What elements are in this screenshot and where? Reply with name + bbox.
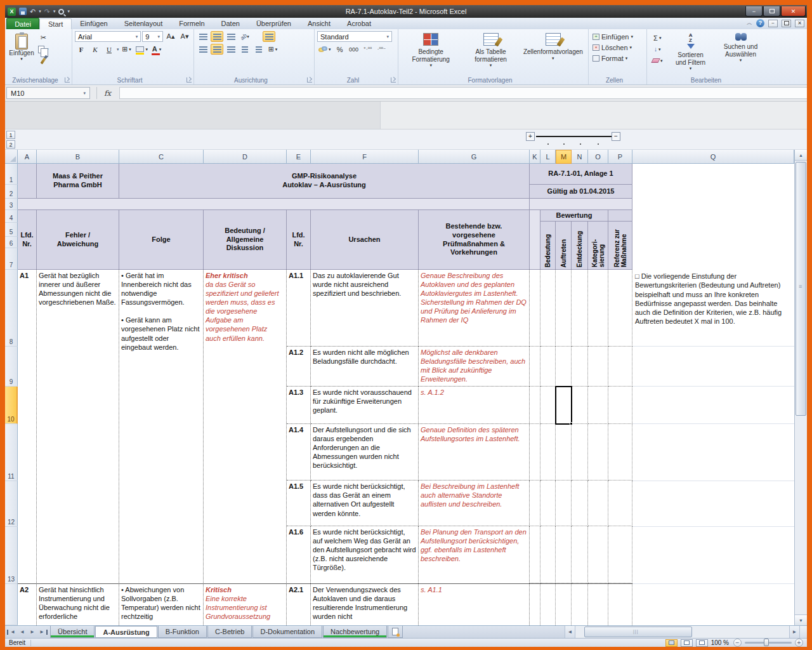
shrink-font-button[interactable]: A▾ — [178, 31, 191, 42]
minimize-button[interactable]: − — [745, 6, 763, 17]
maximize-button[interactable] — [763, 6, 780, 17]
company-cell[interactable]: Maas & Peither Pharma GmbH — [37, 164, 119, 199]
empty-cell[interactable] — [588, 347, 608, 387]
italic-button[interactable]: K — [89, 44, 102, 55]
borders-button[interactable]: ⊞▾ — [121, 44, 133, 55]
row-header-10[interactable]: 10 — [5, 387, 18, 424]
formula-input[interactable] — [119, 87, 807, 99]
header-kategorisierung[interactable]: Kategori- sierung — [588, 222, 608, 270]
column-header-O[interactable]: O — [588, 150, 608, 164]
empty-cell[interactable] — [572, 347, 588, 387]
header-bewertung[interactable]: Bewertung — [540, 210, 608, 222]
column-header-N[interactable]: N — [572, 150, 588, 164]
empty-cell[interactable] — [608, 347, 632, 387]
font-size-combo[interactable]: 9▾ — [142, 31, 163, 42]
cell-Q1[interactable] — [632, 164, 794, 199]
empty-cell[interactable] — [572, 270, 588, 347]
empty-cell[interactable] — [588, 584, 608, 625]
zoom-out-button[interactable]: − — [733, 639, 742, 647]
horizontal-scroll-thumb[interactable] — [584, 627, 692, 637]
format-as-table-button[interactable]: Als Tabelle formatieren▾ — [461, 31, 520, 74]
align-top-button[interactable] — [197, 31, 209, 42]
page-break-view-button[interactable] — [696, 639, 708, 647]
doc-title-cell[interactable]: GMP-Risikoanalyse Autoklav – A-Ausrüstun… — [119, 164, 530, 199]
outline-level-1-button[interactable]: 1 — [6, 131, 15, 139]
cell-failure-A1[interactable]: Gerät hat bezüglich innerer und äußerer … — [37, 270, 119, 584]
print-preview-icon[interactable] — [58, 9, 64, 15]
format-cells-button[interactable]: Format▾ — [591, 53, 644, 63]
fill-handle[interactable] — [570, 422, 573, 425]
empty-cell[interactable] — [556, 270, 572, 347]
empty-cell[interactable] — [608, 424, 632, 481]
empty-cell[interactable] — [588, 424, 608, 481]
bold-button[interactable]: F — [75, 44, 88, 55]
merge-center-button[interactable]: ⊞▾ — [266, 44, 279, 55]
doc-ref-cell[interactable]: RA-7.1-01, Anlage 1 — [530, 164, 632, 185]
empty-cell[interactable] — [530, 270, 540, 347]
empty-cell[interactable] — [530, 347, 540, 387]
empty-cell[interactable] — [540, 387, 556, 424]
decrease-decimal-button[interactable]: ·⁰⁰⁻ — [376, 44, 388, 55]
vertical-scrollbar[interactable]: ▲ ▼ — [794, 150, 807, 625]
header-auftreten[interactable]: Auftreten — [556, 222, 572, 270]
workbook-restore-button[interactable] — [782, 20, 791, 27]
last-sheet-icon[interactable]: ► — [37, 630, 48, 635]
excel-logo-icon[interactable]: X — [8, 8, 16, 16]
cell-cause-A2.1[interactable]: Der Verwendungszweck des Autoklaven und … — [311, 584, 419, 625]
tab-seitenlayout[interactable]: Seitenlayout — [116, 18, 171, 29]
cell-consequence-A1[interactable]: • Gerät hat im Innenbereich nicht das no… — [119, 270, 204, 584]
save-icon[interactable] — [19, 8, 27, 15]
empty-cell[interactable] — [540, 481, 556, 526]
row-header-13[interactable]: 13 — [5, 527, 18, 584]
empty-cell[interactable] — [556, 584, 572, 625]
column-header-B[interactable]: B — [37, 150, 119, 164]
first-sheet-icon[interactable]: ◄ — [7, 630, 17, 635]
header-lfd-nr[interactable]: Lfd. Nr. — [18, 210, 37, 270]
header-referenz-massnahme[interactable]: Referenz zur Maßnahme — [608, 222, 632, 270]
empty-cell[interactable] — [632, 347, 794, 387]
undo-dropdown-icon[interactable]: ▾ — [39, 9, 41, 14]
header-folge[interactable]: Folge — [119, 210, 204, 270]
row-header-4[interactable]: 4 — [5, 210, 18, 223]
empty-cell[interactable] — [588, 526, 608, 583]
cell-id-A2.1[interactable]: A2.1 — [287, 584, 311, 625]
empty-cell[interactable] — [608, 526, 632, 583]
empty-cell[interactable] — [572, 424, 588, 481]
header-entdeckung[interactable]: Entdeckung — [572, 222, 588, 270]
zoom-slider[interactable] — [745, 642, 792, 644]
clear-button[interactable]: ▾ — [651, 55, 664, 66]
fill-color-button[interactable]: ▾ — [134, 44, 150, 55]
expand-group-icon[interactable]: + — [526, 132, 535, 141]
select-all-corner[interactable] — [5, 150, 18, 164]
column-header-A[interactable]: A — [18, 150, 37, 164]
empty-cell[interactable] — [572, 481, 588, 526]
column-header-E[interactable]: E — [287, 150, 311, 164]
outline-level-2-button[interactable]: 2 — [6, 140, 15, 149]
collapse-ribbon-icon[interactable]: ︿ — [747, 19, 752, 27]
empty-cell[interactable] — [530, 481, 540, 526]
zoom-slider-thumb[interactable] — [764, 639, 769, 646]
name-box-dropdown-icon[interactable]: ▾ — [83, 91, 86, 96]
column-header-D[interactable]: D — [204, 150, 287, 164]
empty-cell[interactable] — [540, 347, 556, 387]
empty-cell[interactable] — [608, 584, 632, 625]
paste-button[interactable]: Einfügen ▾ — [8, 31, 36, 74]
valid-from-cell[interactable]: Gültig ab 01.04.2015 — [530, 185, 632, 199]
header-bedeutung-diskussion[interactable]: Bedeutung / Allgemeine Diskussion — [204, 210, 287, 270]
tab-start[interactable]: Start — [39, 18, 72, 29]
empty-cell[interactable] — [632, 424, 794, 481]
cell-significance-A1[interactable]: Eher kritischda das Gerät so spezifizier… — [204, 270, 287, 584]
column-header-L[interactable]: L — [540, 150, 556, 164]
increase-decimal-button[interactable]: ⁺·⁰⁰ — [362, 44, 374, 55]
align-bottom-button[interactable] — [225, 31, 237, 42]
empty-cell[interactable] — [572, 584, 588, 625]
row-header-5[interactable]: 5 — [5, 223, 18, 237]
row-header-6[interactable]: 6 — [5, 237, 18, 248]
empty-cell[interactable] — [632, 481, 794, 527]
scroll-right-icon[interactable]: ► — [789, 626, 799, 638]
empty-cell[interactable] — [588, 270, 608, 347]
redo-dropdown-icon[interactable]: ▾ — [53, 9, 56, 14]
workbook-minimize-button[interactable]: − — [768, 20, 778, 27]
sheet-tab-a-ausruestung[interactable]: A-Ausrüstung — [95, 626, 157, 638]
empty-cell[interactable] — [588, 387, 608, 424]
